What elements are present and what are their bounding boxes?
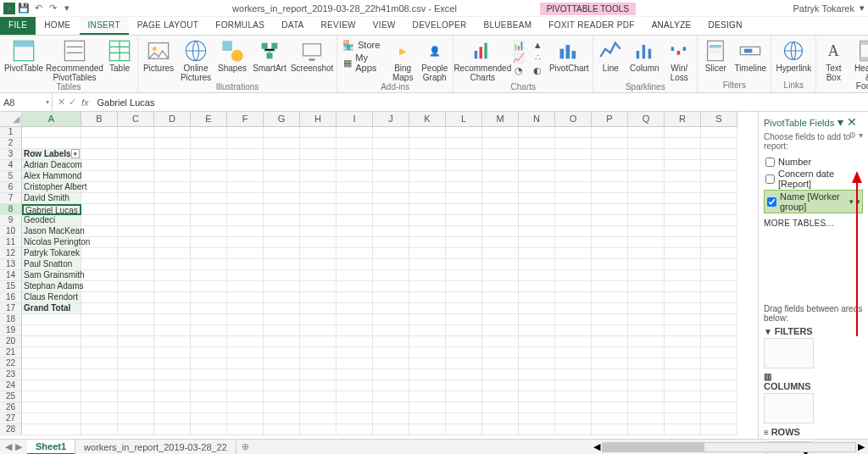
row-header[interactable]: 7 bbox=[0, 193, 22, 204]
row-header[interactable]: 21 bbox=[0, 347, 22, 358]
cell-B8[interactable] bbox=[81, 204, 118, 215]
cell-S6[interactable] bbox=[701, 182, 737, 193]
cell-G28[interactable] bbox=[264, 424, 300, 435]
cell-B21[interactable] bbox=[81, 347, 118, 358]
cell-J6[interactable] bbox=[373, 182, 409, 193]
row-header[interactable]: 28 bbox=[0, 424, 22, 435]
cell-J7[interactable] bbox=[373, 193, 409, 204]
cell-S4[interactable] bbox=[701, 160, 737, 171]
redo-icon[interactable]: ↷ bbox=[47, 3, 58, 14]
area-filters-well[interactable] bbox=[764, 338, 814, 368]
chart-type-3[interactable]: ◔ bbox=[513, 64, 525, 76]
cell-Q22[interactable] bbox=[628, 358, 665, 369]
cell-D8[interactable] bbox=[154, 204, 191, 215]
cell-C15[interactable] bbox=[118, 281, 154, 292]
cell-D14[interactable] bbox=[154, 270, 191, 281]
cell-I21[interactable] bbox=[337, 347, 373, 358]
cell-R1[interactable] bbox=[665, 127, 701, 138]
cell-E12[interactable] bbox=[191, 248, 227, 259]
tab-design[interactable]: DESIGN bbox=[700, 17, 751, 35]
tab-formulas[interactable]: FORMULAS bbox=[207, 17, 273, 35]
cell-I17[interactable] bbox=[337, 303, 373, 314]
cell-I10[interactable] bbox=[337, 226, 373, 237]
cell-K14[interactable] bbox=[409, 270, 446, 281]
cell-H21[interactable] bbox=[300, 347, 337, 358]
row-header[interactable]: 3 bbox=[0, 149, 22, 160]
cell-I1[interactable] bbox=[337, 127, 373, 138]
row-header[interactable]: 25 bbox=[0, 391, 22, 402]
cell-I20[interactable] bbox=[337, 336, 373, 347]
cell-S16[interactable] bbox=[701, 292, 737, 303]
cell-C20[interactable] bbox=[118, 336, 154, 347]
cell-O11[interactable] bbox=[555, 237, 592, 248]
more-tables-link[interactable]: MORE TABLES... bbox=[764, 219, 863, 228]
row-header[interactable]: 1 bbox=[0, 127, 22, 138]
cell-E7[interactable] bbox=[191, 193, 227, 204]
cell-Q4[interactable] bbox=[628, 160, 665, 171]
cell-P3[interactable] bbox=[592, 149, 628, 160]
cell-C9[interactable] bbox=[118, 215, 154, 226]
cell-L19[interactable] bbox=[446, 325, 482, 336]
cell-O18[interactable] bbox=[555, 314, 592, 325]
cell-I9[interactable] bbox=[337, 215, 373, 226]
row-header[interactable]: 12 bbox=[0, 248, 22, 259]
cell-M11[interactable] bbox=[482, 237, 519, 248]
cell-S17[interactable] bbox=[701, 303, 737, 314]
cell-J14[interactable] bbox=[373, 270, 409, 281]
cell-G7[interactable] bbox=[264, 193, 300, 204]
col-header-O[interactable]: O bbox=[555, 112, 592, 127]
cell-L6[interactable] bbox=[446, 182, 482, 193]
sheet-tab-active[interactable]: Sheet1 bbox=[27, 440, 75, 455]
col-header-P[interactable]: P bbox=[592, 112, 628, 127]
cell-L9[interactable] bbox=[446, 215, 482, 226]
cell-H9[interactable] bbox=[300, 215, 337, 226]
cell-B6[interactable] bbox=[81, 182, 118, 193]
cell-M16[interactable] bbox=[482, 292, 519, 303]
cell-A1[interactable] bbox=[22, 127, 81, 138]
cell-S14[interactable] bbox=[701, 270, 737, 281]
cell-H5[interactable] bbox=[300, 171, 337, 182]
cell-B12[interactable] bbox=[81, 248, 118, 259]
cell-D19[interactable] bbox=[154, 325, 191, 336]
cell-H18[interactable] bbox=[300, 314, 337, 325]
cell-A8[interactable]: Gabriel Lucas bbox=[22, 204, 81, 215]
cell-H19[interactable] bbox=[300, 325, 337, 336]
enter-icon[interactable]: ✓ bbox=[69, 97, 76, 108]
cell-S9[interactable] bbox=[701, 215, 737, 226]
cell-E11[interactable] bbox=[191, 237, 227, 248]
cell-M5[interactable] bbox=[482, 171, 519, 182]
cell-M2[interactable] bbox=[482, 138, 519, 149]
cell-G6[interactable] bbox=[264, 182, 300, 193]
cell-S25[interactable] bbox=[701, 391, 737, 402]
cell-O12[interactable] bbox=[555, 248, 592, 259]
cell-B1[interactable] bbox=[81, 127, 118, 138]
cell-L8[interactable] bbox=[446, 204, 482, 215]
cell-L24[interactable] bbox=[446, 380, 482, 391]
cell-F9[interactable] bbox=[227, 215, 264, 226]
cell-S22[interactable] bbox=[701, 358, 737, 369]
row-header[interactable]: 2 bbox=[0, 138, 22, 149]
cell-G5[interactable] bbox=[264, 171, 300, 182]
textbox-button[interactable]: AText Box bbox=[821, 39, 845, 82]
cell-J10[interactable] bbox=[373, 226, 409, 237]
cell-C6[interactable] bbox=[118, 182, 154, 193]
cell-N16[interactable] bbox=[519, 292, 555, 303]
cell-F10[interactable] bbox=[227, 226, 264, 237]
cell-S18[interactable] bbox=[701, 314, 737, 325]
cell-J4[interactable] bbox=[373, 160, 409, 171]
cell-F3[interactable] bbox=[227, 149, 264, 160]
cell-Q10[interactable] bbox=[628, 226, 665, 237]
cell-C13[interactable] bbox=[118, 259, 154, 270]
cell-F26[interactable] bbox=[227, 402, 264, 413]
cell-K11[interactable] bbox=[409, 237, 446, 248]
cell-E26[interactable] bbox=[191, 402, 227, 413]
cell-M19[interactable] bbox=[482, 325, 519, 336]
col-header-I[interactable]: I bbox=[337, 112, 373, 127]
cell-L10[interactable] bbox=[446, 226, 482, 237]
cell-P19[interactable] bbox=[592, 325, 628, 336]
cell-B18[interactable] bbox=[81, 314, 118, 325]
cell-P28[interactable] bbox=[592, 424, 628, 435]
field-concern-date[interactable]: Concern date [Report] bbox=[764, 168, 863, 190]
cell-J5[interactable] bbox=[373, 171, 409, 182]
cell-Q5[interactable] bbox=[628, 171, 665, 182]
